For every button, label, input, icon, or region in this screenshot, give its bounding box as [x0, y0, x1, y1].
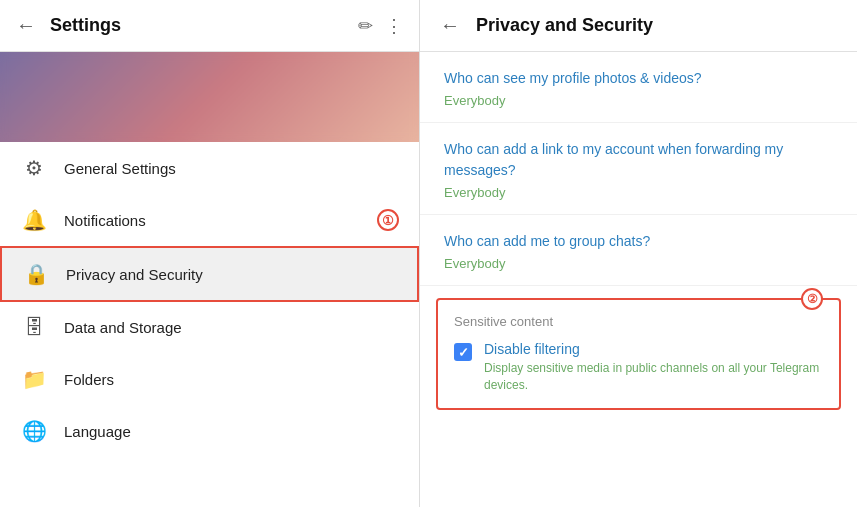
menu-item-language[interactable]: 🌐 Language — [0, 405, 419, 457]
annotation-2: ② — [801, 288, 823, 310]
menu-item-folders[interactable]: 📁 Folders — [0, 353, 419, 405]
folders-icon: 📁 — [20, 367, 48, 391]
left-panel-title: Settings — [50, 15, 346, 36]
language-icon: 🌐 — [20, 419, 48, 443]
privacy-label: Privacy and Security — [66, 266, 203, 283]
privacy-answer-1: Everybody — [444, 185, 833, 200]
profile-banner — [0, 52, 419, 142]
privacy-item-2[interactable]: Who can add me to group chats? Everybody — [420, 215, 857, 286]
edit-icon[interactable]: ✏ — [358, 15, 373, 37]
checkbox-wrap[interactable] — [454, 343, 472, 361]
disable-filtering-label: Disable filtering — [484, 341, 823, 357]
menu-item-notifications[interactable]: 🔔 Notifications ① — [0, 194, 419, 246]
privacy-question-1: Who can add a link to my account when fo… — [444, 139, 833, 181]
privacy-answer-0: Everybody — [444, 93, 833, 108]
language-label: Language — [64, 423, 131, 440]
notifications-icon: 🔔 — [20, 208, 48, 232]
right-panel-title: Privacy and Security — [476, 15, 653, 36]
profile-banner-blur — [0, 52, 419, 142]
back-icon-left[interactable]: ← — [16, 14, 36, 37]
menu-item-privacy[interactable]: 🔒 Privacy and Security — [0, 246, 419, 302]
more-icon[interactable]: ⋮ — [385, 15, 403, 37]
disable-filtering-desc: Display sensitive media in public channe… — [484, 360, 823, 394]
right-header: ← Privacy and Security — [420, 0, 857, 52]
sensitive-text: Disable filtering Display sensitive medi… — [484, 341, 823, 394]
data-label: Data and Storage — [64, 319, 182, 336]
left-panel: ← Settings ✏ ⋮ ⚙ General Settings 🔔 Noti… — [0, 0, 420, 507]
right-content: Who can see my profile photos & videos? … — [420, 52, 857, 507]
privacy-question-0: Who can see my profile photos & videos? — [444, 68, 833, 89]
back-icon-right[interactable]: ← — [440, 14, 460, 37]
privacy-icon: 🔒 — [22, 262, 50, 286]
notifications-label: Notifications — [64, 212, 146, 229]
privacy-question-2: Who can add me to group chats? — [444, 231, 833, 252]
privacy-item-0[interactable]: Who can see my profile photos & videos? … — [420, 52, 857, 123]
menu-item-general[interactable]: ⚙ General Settings — [0, 142, 419, 194]
menu-item-data[interactable]: 🗄 Data and Storage — [0, 302, 419, 353]
sensitive-section-title: Sensitive content — [454, 314, 823, 329]
sensitive-content-section: Sensitive content Disable filtering Disp… — [436, 298, 841, 410]
disable-filtering-checkbox[interactable] — [454, 343, 472, 361]
sensitive-row: Disable filtering Display sensitive medi… — [454, 341, 823, 394]
folders-label: Folders — [64, 371, 114, 388]
left-header: ← Settings ✏ ⋮ — [0, 0, 419, 52]
general-icon: ⚙ — [20, 156, 48, 180]
data-icon: 🗄 — [20, 316, 48, 339]
notifications-badge: ① — [377, 209, 399, 231]
menu-list: ⚙ General Settings 🔔 Notifications ① 🔒 P… — [0, 142, 419, 507]
general-label: General Settings — [64, 160, 176, 177]
right-panel: ← Privacy and Security Who can see my pr… — [420, 0, 857, 507]
privacy-item-1[interactable]: Who can add a link to my account when fo… — [420, 123, 857, 215]
privacy-answer-2: Everybody — [444, 256, 833, 271]
